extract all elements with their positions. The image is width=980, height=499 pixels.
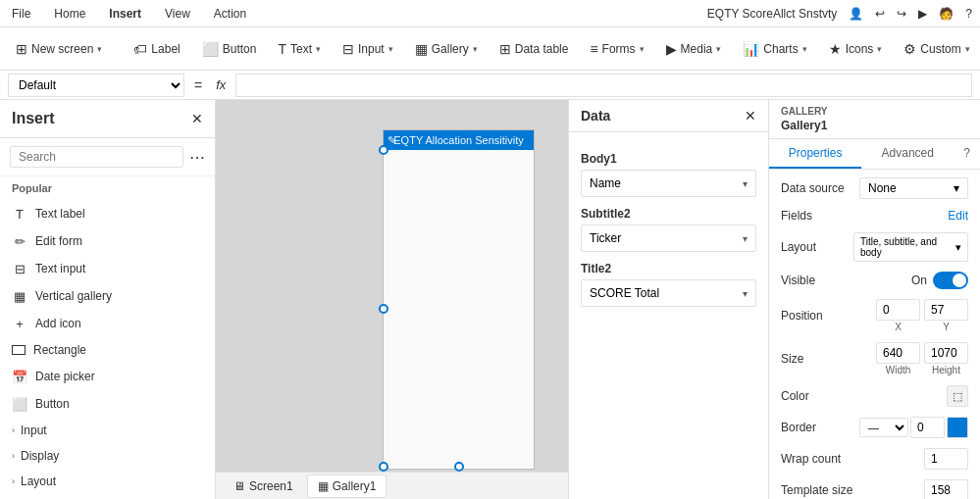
visible-row: Visible On xyxy=(781,272,968,289)
sidebar-item-date-picker-text: Date picker xyxy=(35,370,95,383)
resize-handle-bottom-center[interactable] xyxy=(454,462,464,472)
resize-handle-top-left[interactable] xyxy=(379,145,388,155)
canvas-tab-screen1-label: Screen1 xyxy=(249,479,293,493)
wrap-count-input[interactable] xyxy=(924,448,968,470)
sidebar-section-popular: Popular xyxy=(0,176,215,200)
formula-fx-icon[interactable]: fx xyxy=(212,77,230,92)
body1-dropdown[interactable]: Name ▾ xyxy=(581,170,756,197)
ribbon-new-screen-label: New screen xyxy=(31,42,93,56)
position-label: Position xyxy=(781,309,850,323)
ribbon-input[interactable]: ⊟ Input ▾ xyxy=(335,37,401,61)
sidebar-group-layout[interactable]: › Layout xyxy=(0,469,215,494)
sidebar-item-edit-form[interactable]: ✏ Edit form xyxy=(0,227,215,255)
ribbon-gallery[interactable]: ▦ Gallery ▾ xyxy=(407,37,486,61)
visible-on-label: On xyxy=(911,274,927,287)
ribbon-charts-label: Charts xyxy=(763,42,798,56)
fields-label: Fields xyxy=(781,209,850,223)
icon-account[interactable]: 🧑 xyxy=(939,7,954,21)
app-title-area: EQTY ScoreAllct Snstvty 👤 ↩ ↪ ▶ 🧑 ? xyxy=(707,7,972,21)
ribbon-data-table[interactable]: ⊞ Data table xyxy=(491,37,577,61)
canvas-gallery-header[interactable]: ✎ EQTY Allocation Sensitivity xyxy=(384,130,534,150)
ribbon-new-screen[interactable]: ⊞ New screen ▾ xyxy=(8,37,110,61)
ribbon-button[interactable]: ⬜ Button xyxy=(194,37,265,61)
data-panel-body: Body1 Name ▾ Subtitle2 Ticker ▾ Title2 S… xyxy=(569,132,768,499)
sidebar-group-input[interactable]: › Input xyxy=(0,418,215,443)
sidebar-item-button[interactable]: ⬜ Button xyxy=(0,390,215,418)
ribbon-text[interactable]: T Text ▾ xyxy=(270,37,329,61)
sidebar-item-vertical-gallery[interactable]: ▦ Vertical gallery xyxy=(0,282,215,310)
chevron-down-icon: ▾ xyxy=(877,44,882,54)
icon-redo[interactable]: ↪ xyxy=(897,7,906,21)
sidebar-item-text-label[interactable]: T Text label xyxy=(0,200,215,227)
border-style-select[interactable]: — xyxy=(859,418,908,437)
menu-home[interactable]: Home xyxy=(50,7,89,21)
sidebar-group-media[interactable]: › Media xyxy=(0,494,215,499)
fields-edit-link[interactable]: Edit xyxy=(948,209,968,223)
rectangle-icon xyxy=(12,345,26,355)
resize-handle-bottom-left[interactable] xyxy=(379,462,388,472)
ribbon-forms[interactable]: ≡ Forms ▾ xyxy=(582,37,651,61)
formula-input[interactable] xyxy=(235,74,972,97)
sidebar-group-display[interactable]: › Display xyxy=(0,443,215,469)
menu-insert[interactable]: Insert xyxy=(105,7,145,21)
canvas-tab-gallery1[interactable]: ▦ Gallery1 xyxy=(307,474,387,498)
sidebar-item-add-icon[interactable]: + Add icon xyxy=(0,310,215,337)
size-width-input[interactable] xyxy=(876,342,920,364)
canvas-tab-gallery1-label: Gallery1 xyxy=(333,479,377,493)
visible-toggle[interactable] xyxy=(933,272,968,289)
layout-dropdown[interactable]: Title, subtitle, and body ▾ xyxy=(853,232,968,262)
icon-undo[interactable]: ↩ xyxy=(875,7,885,21)
size-label: Size xyxy=(781,352,850,366)
data-panel-close-icon[interactable]: ✕ xyxy=(745,108,756,124)
formula-scope-dropdown[interactable]: Default xyxy=(8,74,184,97)
position-x-input[interactable] xyxy=(876,299,920,321)
data-source-dropdown[interactable]: None ▾ xyxy=(859,177,968,199)
charts-icon: 📊 xyxy=(743,41,759,57)
tab-properties[interactable]: Properties xyxy=(769,139,861,169)
input-icon: ⊟ xyxy=(342,41,354,57)
template-size-input[interactable] xyxy=(924,479,968,499)
position-y-input[interactable] xyxy=(924,299,968,321)
chevron-down-icon: ▾ xyxy=(743,233,748,244)
menu-action[interactable]: Action xyxy=(210,7,250,21)
icon-play[interactable]: ▶ xyxy=(918,7,927,21)
tab-advanced[interactable]: Advanced xyxy=(861,139,954,169)
border-value-input[interactable] xyxy=(910,417,945,438)
sidebar-item-rectangle[interactable]: Rectangle xyxy=(0,337,215,363)
icons-icon: ★ xyxy=(829,41,842,57)
canvas-tab-screen1[interactable]: 🖥 Screen1 xyxy=(224,475,303,497)
sidebar-item-date-picker[interactable]: 📅 Date picker xyxy=(0,363,215,390)
ribbon-charts[interactable]: 📊 Charts ▾ xyxy=(735,37,814,61)
search-input[interactable] xyxy=(10,146,183,168)
sidebar-item-vertical-gallery-text: Vertical gallery xyxy=(35,289,112,303)
screen-icon: 🖥 xyxy=(233,479,245,493)
sidebar: Insert ✕ ⋯ Popular T Text label ✏ Edit f… xyxy=(0,100,216,499)
ribbon-label[interactable]: 🏷 Label xyxy=(126,37,187,61)
sidebar-item-text-input[interactable]: ⊟ Text input xyxy=(0,255,215,282)
ribbon-icons[interactable]: ★ Icons ▾ xyxy=(821,37,891,61)
canvas-tabs: 🖥 Screen1 ▦ Gallery1 xyxy=(216,472,568,499)
sidebar-title: Insert xyxy=(12,110,55,127)
subtitle2-dropdown[interactable]: Ticker ▾ xyxy=(581,225,756,252)
menu-view[interactable]: View xyxy=(161,7,194,21)
ribbon-media[interactable]: ▶ Media ▾ xyxy=(658,37,730,61)
sidebar-close-icon[interactable]: ✕ xyxy=(191,111,203,126)
ribbon-button-label: Button xyxy=(223,42,257,56)
icon-help[interactable]: ? xyxy=(965,7,972,21)
chevron-down-icon: ▾ xyxy=(640,44,645,54)
sidebar-item-rectangle-text: Rectangle xyxy=(33,343,86,357)
props-help-icon[interactable]: ? xyxy=(954,139,980,169)
resize-handle-left-center[interactable] xyxy=(379,304,388,314)
title2-dropdown[interactable]: SCORE Total ▾ xyxy=(581,279,756,307)
ribbon-custom[interactable]: ⚙ Custom ▾ xyxy=(896,37,977,61)
icon-person[interactable]: 👤 xyxy=(849,7,863,21)
sidebar-group-input-label: Input xyxy=(21,424,47,437)
ribbon-data-table-label: Data table xyxy=(515,42,569,56)
color-picker-icon[interactable]: ⬚ xyxy=(947,385,968,407)
layout-value: Title, subtitle, and body xyxy=(860,236,955,258)
border-color-swatch[interactable] xyxy=(947,417,968,438)
size-height-input[interactable] xyxy=(924,342,968,364)
wrap-count-label: Wrap count xyxy=(781,452,850,466)
menu-file[interactable]: File xyxy=(8,7,34,21)
sidebar-more-icon[interactable]: ⋯ xyxy=(189,148,205,167)
